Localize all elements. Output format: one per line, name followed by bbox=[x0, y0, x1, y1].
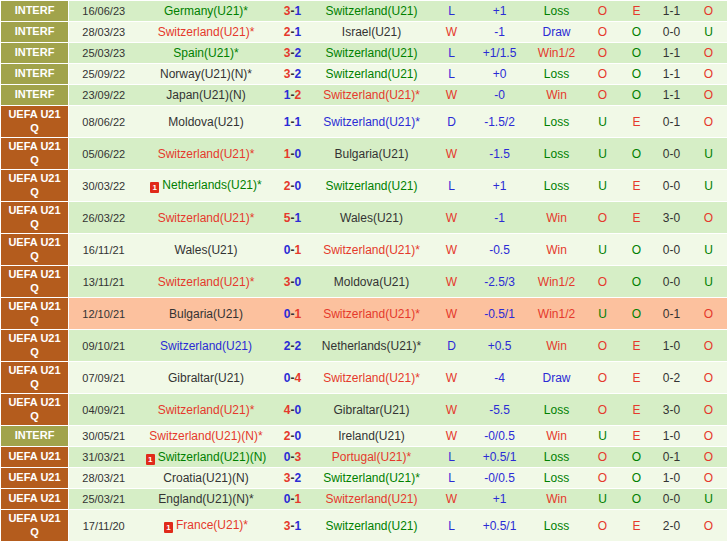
home-team-cell: England(U21)(N)* bbox=[139, 489, 274, 510]
even-odd-value: O bbox=[632, 450, 641, 464]
corner-score-cell: 1-0 bbox=[654, 426, 690, 447]
away-team-name[interactable]: Switzerland(U21) bbox=[325, 67, 417, 81]
away-team-name[interactable]: Switzerland(U21)* bbox=[323, 243, 420, 257]
even-odd-value: O bbox=[632, 67, 641, 81]
home-team-name[interactable]: England(U21)(N)* bbox=[158, 492, 253, 506]
table-row: INTERF16/06/23Germany(U21)*3-1Switzerlan… bbox=[1, 1, 727, 22]
home-team-name[interactable]: France(U21)* bbox=[176, 518, 248, 532]
table-row: UEFA U21 Q04/09/21Switzerland(U21)*4-0Gi… bbox=[1, 394, 727, 426]
away-team-cell: Switzerland(U21)* bbox=[312, 234, 432, 266]
away-team-name[interactable]: Switzerland(U21) bbox=[325, 4, 417, 18]
home-team-name[interactable]: Switzerland(U21)* bbox=[158, 211, 255, 225]
even-odd-cell: E bbox=[620, 510, 654, 541]
even-odd-cell: O bbox=[620, 64, 654, 85]
handicap-result: Loss bbox=[544, 450, 569, 464]
home-team-name[interactable]: Wales(U21) bbox=[175, 243, 238, 257]
handicap-value: -0.5 bbox=[489, 243, 510, 257]
home-team-name[interactable]: Netherlands(U21)* bbox=[162, 178, 261, 192]
away-team-name[interactable]: Portugal(U21)* bbox=[332, 450, 411, 464]
corner-score-cell: 0-0 bbox=[654, 170, 690, 202]
corner-over-under-cell: O bbox=[690, 1, 727, 22]
table-row: UEFA U21 Q12/10/21Bulgaria(U21)0-1Switze… bbox=[1, 298, 727, 330]
table-row: UEFA U21 Q26/03/22Switzerland(U21)*5-1Wa… bbox=[1, 202, 727, 234]
home-team-name[interactable]: Spain(U21)* bbox=[173, 46, 238, 60]
even-odd-cell: O bbox=[620, 43, 654, 64]
handicap-value: -0/0.5 bbox=[484, 471, 515, 485]
result-letter: L bbox=[448, 471, 455, 485]
away-team-cell: Switzerland(U21) bbox=[312, 1, 432, 22]
home-team-name[interactable]: Moldova(U21) bbox=[168, 115, 243, 129]
away-team-name[interactable]: Switzerland(U21)* bbox=[323, 471, 420, 485]
home-team-cell: Switzerland(U21)* bbox=[139, 266, 274, 298]
home-team-name[interactable]: Croatia(U21)(N) bbox=[163, 471, 248, 485]
home-team-name[interactable]: Switzerland(U21)* bbox=[158, 403, 255, 417]
even-odd-value: E bbox=[632, 371, 640, 385]
away-team-name[interactable]: Switzerland(U21)* bbox=[323, 371, 420, 385]
handicap-result: Win bbox=[546, 88, 567, 102]
corner-score-cell: 1-1 bbox=[654, 64, 690, 85]
home-team-cell: Bulgaria(U21) bbox=[139, 298, 274, 330]
table-row: INTERF28/03/23Switzerland(U21)*2-1Israel… bbox=[1, 22, 727, 43]
date-cell: 28/03/23 bbox=[69, 22, 139, 43]
away-team-name[interactable]: Switzerland(U21)* bbox=[323, 115, 420, 129]
score-cell: 2-1 bbox=[274, 22, 312, 43]
home-team-name[interactable]: Switzerland(U21) bbox=[160, 339, 252, 353]
result-cell: W bbox=[432, 22, 472, 43]
away-team-cell: Switzerland(U21)* bbox=[312, 468, 432, 489]
away-team-name[interactable]: Gibraltar(U21) bbox=[333, 403, 409, 417]
home-team-name[interactable]: Bulgaria(U21) bbox=[169, 307, 243, 321]
over-under-cell: O bbox=[586, 22, 620, 43]
table-row: UEFA U2131/03/211Switzerland(U21)(N)0-3P… bbox=[1, 447, 727, 468]
over-under-value: U bbox=[598, 307, 607, 321]
home-team-name[interactable]: Switzerland(U21)* bbox=[158, 275, 255, 289]
over-under-value: U bbox=[598, 179, 607, 193]
table-row: UEFA U2125/03/21England(U21)(N)*0-1Switz… bbox=[1, 489, 727, 510]
away-goals: 1 bbox=[295, 4, 302, 18]
away-team-name[interactable]: Netherlands(U21)* bbox=[322, 339, 421, 353]
away-team-name[interactable]: Bulgaria(U21) bbox=[334, 147, 408, 161]
home-team-name[interactable]: Gibraltar(U21) bbox=[168, 371, 244, 385]
score-cell: 2-2 bbox=[274, 330, 312, 362]
home-team-name[interactable]: Switzerland(U21)(N)* bbox=[149, 429, 262, 443]
away-goals: 1 bbox=[295, 243, 302, 257]
home-team-name[interactable]: Japan(U21)(N) bbox=[166, 88, 245, 102]
corner-over-under-cell: O bbox=[690, 330, 727, 362]
away-team-cell: Portugal(U21)* bbox=[312, 447, 432, 468]
away-team-name[interactable]: Switzerland(U21) bbox=[325, 492, 417, 506]
away-goals: 2 bbox=[295, 339, 302, 353]
table-row: UEFA U21 Q07/09/21Gibraltar(U21)0-4Switz… bbox=[1, 362, 727, 394]
even-odd-value: E bbox=[632, 4, 640, 18]
over-under-cell: O bbox=[586, 362, 620, 394]
away-team-name[interactable]: Wales(U21) bbox=[340, 211, 403, 225]
home-team-name[interactable]: Switzerland(U21)* bbox=[158, 25, 255, 39]
competition-cell: INTERF bbox=[1, 426, 69, 447]
competition-cell: UEFA U21 Q bbox=[1, 138, 69, 170]
corner-score-cell: 0-1 bbox=[654, 106, 690, 138]
away-team-name[interactable]: Switzerland(U21)* bbox=[323, 307, 420, 321]
over-under-value: U bbox=[598, 243, 607, 257]
away-team-cell: Israel(U21) bbox=[312, 22, 432, 43]
away-team-name[interactable]: Switzerland(U21)* bbox=[323, 88, 420, 102]
handicap-result: Loss bbox=[544, 4, 569, 18]
home-team-name[interactable]: Norway(U21)(N)* bbox=[160, 67, 252, 81]
corner-over-under-cell: O bbox=[690, 426, 727, 447]
handicap-cell: +1 bbox=[472, 489, 528, 510]
away-team-name[interactable]: Switzerland(U21) bbox=[325, 179, 417, 193]
home-team-cell: Germany(U21)* bbox=[139, 1, 274, 22]
result-letter: W bbox=[446, 25, 457, 39]
corner-score-cell: 0-1 bbox=[654, 447, 690, 468]
corner-over-under-value: O bbox=[704, 429, 713, 443]
away-team-name[interactable]: Moldova(U21) bbox=[334, 275, 409, 289]
result-letter: L bbox=[448, 46, 455, 60]
competition-cell: UEFA U21 Q bbox=[1, 330, 69, 362]
away-team-name[interactable]: Ireland(U21) bbox=[338, 429, 405, 443]
corner-over-under-value: O bbox=[704, 339, 713, 353]
away-team-name[interactable]: Switzerland(U21) bbox=[325, 46, 417, 60]
handicap-result: Loss bbox=[544, 519, 569, 533]
home-team-name[interactable]: Germany(U21)* bbox=[164, 4, 248, 18]
corner-over-under-value: U bbox=[704, 147, 713, 161]
away-team-name[interactable]: Israel(U21) bbox=[342, 25, 401, 39]
away-team-name[interactable]: Switzerland(U21) bbox=[325, 519, 417, 533]
home-team-name[interactable]: Switzerland(U21)* bbox=[158, 147, 255, 161]
home-team-name[interactable]: Switzerland(U21)(N) bbox=[158, 450, 267, 464]
